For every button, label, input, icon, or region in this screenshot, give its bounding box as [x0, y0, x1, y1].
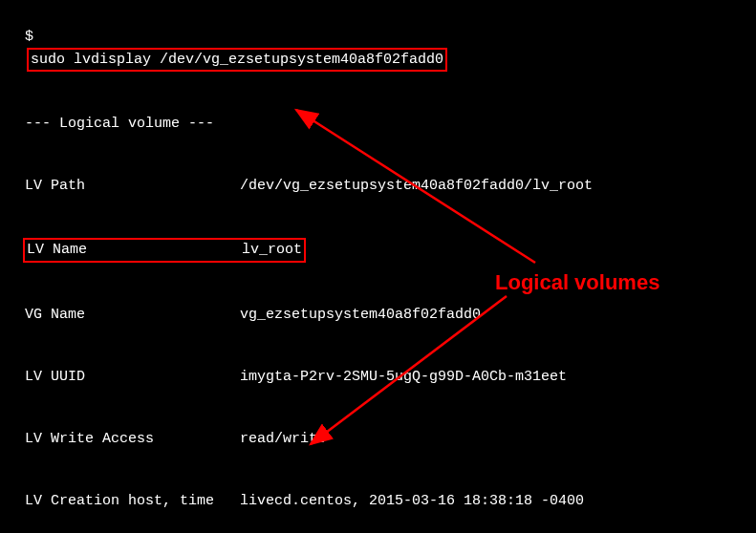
vg-name-value: vg_ezsetupsystem40a8f02fadd0 — [240, 305, 481, 326]
lv-ct-label: LV Creation host, time — [25, 491, 240, 512]
annotation-logical-volumes: Logical volumes — [495, 267, 659, 298]
lv-ct-value: livecd.centos, 2015-03-16 18:38:18 -0400 — [240, 491, 584, 512]
lv-section-1: --- Logical volume --- LV Path/dev/vg_ez… — [8, 72, 756, 533]
section-header: --- Logical volume --- — [25, 114, 756, 135]
vg-name-label: VG Name — [25, 305, 240, 326]
lv-path-label: LV Path — [25, 176, 240, 197]
lv-ct-row: LV Creation host, timelivecd.centos, 201… — [25, 491, 756, 512]
prompt-symbol: $ — [25, 27, 33, 48]
lv-wa-label: LV Write Access — [25, 429, 240, 450]
command-text: sudo lvdisplay /dev/vg_ezsetupsystem40a8… — [31, 52, 443, 68]
lv-uuid-label: LV UUID — [25, 367, 240, 388]
lv-wa-row: LV Write Accessread/write — [25, 429, 756, 450]
lv-uuid-value: imygta-P2rv-2SMU-5ugQ-g99D-A0Cb-m31eet — [240, 367, 567, 388]
command-line: $ sudo lvdisplay /dev/vg_ezsetupsystem40… — [8, 6, 756, 72]
lv-name-value: lv_root — [242, 240, 302, 261]
lv-path-row: LV Path/dev/vg_ezsetupsystem40a8f02fadd0… — [25, 176, 756, 197]
command-highlight-box: sudo lvdisplay /dev/vg_ezsetupsystem40a8… — [27, 48, 447, 73]
lv-wa-value: read/write — [240, 429, 326, 450]
lv-path-value: /dev/vg_ezsetupsystem40a8f02fadd0/lv_roo… — [240, 176, 593, 197]
vg-name-row: VG Namevg_ezsetupsystem40a8f02fadd0 — [25, 305, 756, 326]
lv-name-row: LV Namelv_root — [25, 238, 756, 263]
lv-name-highlight-box: LV Namelv_root — [23, 238, 306, 263]
lv-name-label: LV Name — [27, 240, 242, 261]
lv-uuid-row: LV UUIDimygta-P2rv-2SMU-5ugQ-g99D-A0Cb-m… — [25, 367, 756, 388]
